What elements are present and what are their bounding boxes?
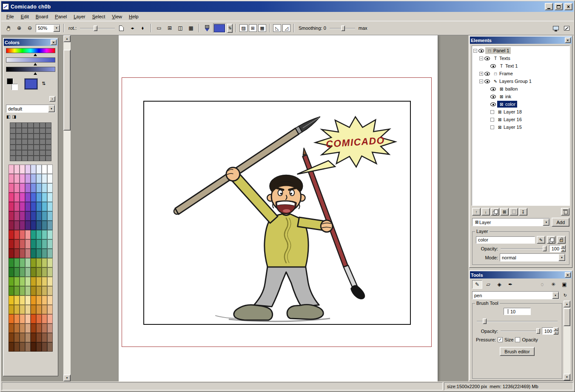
- color-swatch[interactable]: [14, 267, 20, 277]
- saturation-marker[interactable]: [34, 63, 37, 65]
- brush-opacity-down-button[interactable]: ▼: [553, 331, 558, 335]
- color-palette-toggle-icon[interactable]: ◨: [12, 114, 16, 119]
- brush-opacity-up-button[interactable]: ▲: [553, 327, 558, 331]
- color-swatch[interactable]: [25, 277, 31, 286]
- color-swatch[interactable]: [20, 202, 25, 211]
- swap-color-button[interactable]: ⇅: [227, 24, 233, 33]
- color-swatch[interactable]: [47, 239, 53, 249]
- color-swatch[interactable]: [14, 174, 20, 183]
- color-swatch[interactable]: [14, 221, 20, 230]
- color-swatch[interactable]: [42, 342, 47, 352]
- visibility-checkbox[interactable]: [490, 110, 494, 114]
- color-swatch[interactable]: [47, 202, 53, 211]
- color-swatch[interactable]: [42, 230, 47, 239]
- color-swatch[interactable]: [9, 221, 14, 230]
- color-swatch[interactable]: [20, 165, 25, 174]
- color-swatch[interactable]: [42, 286, 47, 295]
- color-swatch[interactable]: [9, 277, 14, 286]
- reset-view-button[interactable]: [117, 24, 126, 33]
- color-swatch[interactable]: [42, 258, 47, 267]
- color-swatch[interactable]: [31, 333, 36, 342]
- color-swatch[interactable]: [42, 202, 47, 211]
- color-swatch[interactable]: [42, 305, 47, 314]
- color-swatch[interactable]: [25, 267, 31, 277]
- panel-layout-split-button[interactable]: ◫: [176, 24, 185, 33]
- flip-horizontal-button[interactable]: ◂▸: [128, 24, 137, 33]
- color-swatch[interactable]: [31, 267, 36, 277]
- color-swatch[interactable]: [42, 249, 47, 258]
- color-swatch[interactable]: [31, 239, 36, 249]
- color-swatch[interactable]: [25, 221, 31, 230]
- color-swatch[interactable]: [9, 324, 14, 333]
- gray-swatch[interactable]: [10, 128, 16, 134]
- color-swatch[interactable]: [20, 249, 25, 258]
- color-swatch[interactable]: [9, 211, 14, 221]
- comic-panel-frame[interactable]: COMICADO: [143, 101, 411, 325]
- elements-close-button[interactable]: ×: [565, 37, 571, 43]
- merge-element-button[interactable]: ⊠: [500, 208, 509, 216]
- palette-preset-combobox[interactable]: default ▼: [6, 105, 55, 113]
- rotation-slider-thumb[interactable]: [94, 26, 97, 31]
- add-element-button[interactable]: Add: [552, 218, 569, 227]
- color-swatch[interactable]: [20, 286, 25, 295]
- color-swatch[interactable]: [31, 286, 36, 295]
- value-marker[interactable]: [34, 72, 37, 75]
- color-swatch[interactable]: [47, 286, 53, 295]
- gray-swatch[interactable]: [16, 145, 22, 150]
- title-bar[interactable]: Comicado ch0b ×: [1, 1, 574, 12]
- visibility-eye-icon[interactable]: [490, 95, 496, 99]
- color-swatch[interactable]: [36, 333, 42, 342]
- zoom-level-combobox[interactable]: 50% ▼: [36, 24, 60, 32]
- colors-panel-titlebar[interactable]: Colors ×: [4, 39, 57, 46]
- tablet-settings-button[interactable]: [562, 24, 571, 33]
- tool-preset-dropdown-arrow[interactable]: ▼: [552, 292, 559, 299]
- gray-swatch[interactable]: [28, 128, 34, 134]
- color-swatch[interactable]: [47, 267, 53, 277]
- gray-swatch[interactable]: [40, 128, 46, 134]
- color-swatch[interactable]: [9, 202, 14, 211]
- transform-tool-button[interactable]: ▣: [559, 280, 569, 289]
- gray-swatch[interactable]: [16, 150, 22, 156]
- color-swatch[interactable]: [14, 202, 20, 211]
- color-swatch[interactable]: [47, 295, 53, 305]
- color-swatch[interactable]: [31, 174, 36, 183]
- color-swatch[interactable]: [25, 183, 31, 193]
- color-swatch[interactable]: [47, 333, 53, 342]
- canvas-area[interactable]: ▲ ▼: [1, 35, 468, 381]
- menu-item-panel[interactable]: Panel: [51, 13, 70, 20]
- color-swatch[interactable]: [42, 239, 47, 249]
- color-swatch[interactable]: [42, 183, 47, 193]
- color-swatch[interactable]: [9, 239, 14, 249]
- tools-close-button[interactable]: ×: [565, 272, 571, 278]
- color-swatch[interactable]: [14, 324, 20, 333]
- saturation-bar[interactable]: [6, 57, 55, 62]
- color-swatch[interactable]: [47, 211, 53, 221]
- color-swatch[interactable]: [36, 342, 42, 352]
- color-swatch[interactable]: [36, 174, 42, 183]
- canvas-vertical-scrollbar[interactable]: ▲ ▼: [63, 35, 71, 381]
- color-swatch[interactable]: [14, 342, 20, 352]
- stroke-style-button[interactable]: ◺: [273, 24, 281, 32]
- color-swatch[interactable]: [20, 314, 25, 324]
- layer-opacity-slider[interactable]: [500, 245, 547, 252]
- color-swatch[interactable]: [14, 314, 20, 324]
- color-swatch[interactable]: [47, 277, 53, 286]
- color-swatch[interactable]: [36, 165, 42, 174]
- color-swatch[interactable]: [20, 267, 25, 277]
- duplicate-element-button[interactable]: [491, 208, 499, 216]
- color-swatch[interactable]: [31, 314, 36, 324]
- color-swatch[interactable]: [20, 174, 25, 183]
- color-swatch[interactable]: [47, 249, 53, 258]
- color-swatch[interactable]: [9, 314, 14, 324]
- color-swatch[interactable]: [31, 165, 36, 174]
- color-swatch[interactable]: [9, 183, 14, 193]
- color-swatch[interactable]: [20, 221, 25, 230]
- menu-item-view[interactable]: View: [108, 13, 125, 20]
- gray-swatch[interactable]: [28, 134, 34, 139]
- color-swatch[interactable]: [20, 183, 25, 193]
- color-swatch[interactable]: [9, 333, 14, 342]
- eraser-tool-button[interactable]: ▱: [483, 280, 493, 289]
- gray-swatch[interactable]: [46, 122, 51, 128]
- brush-scrollbar-thumb[interactable]: [564, 308, 570, 326]
- scrollbar-track[interactable]: [63, 42, 71, 375]
